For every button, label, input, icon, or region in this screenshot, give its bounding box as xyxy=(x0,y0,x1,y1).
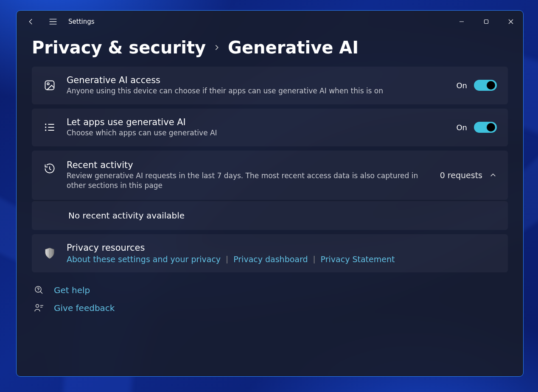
svg-rect-0 xyxy=(485,20,488,24)
card-let-apps-use-ai: Let apps use generative AI Choose which … xyxy=(32,109,508,146)
list-icon xyxy=(43,121,56,133)
svg-point-8 xyxy=(36,304,39,307)
svg-point-5 xyxy=(45,130,46,131)
footer-link-label: Give feedback xyxy=(54,303,115,313)
toggle-let-apps-use-ai[interactable] xyxy=(474,122,497,133)
hamburger-icon xyxy=(49,18,57,25)
history-icon xyxy=(43,162,56,174)
back-button[interactable] xyxy=(20,11,42,33)
card-generative-ai-access: Generative AI access Anyone using this d… xyxy=(32,67,508,104)
footer-link-label: Get help xyxy=(54,285,90,295)
card-subtitle: Review generative AI requests in the las… xyxy=(67,171,430,190)
link-privacy-statement[interactable]: Privacy Statement xyxy=(321,255,395,264)
svg-rect-1 xyxy=(45,81,54,90)
footer-links: Get help Give feedback xyxy=(32,285,508,313)
shield-icon xyxy=(43,247,56,260)
back-arrow-icon xyxy=(27,18,35,25)
give-feedback-link[interactable]: Give feedback xyxy=(34,303,508,313)
card-title: Privacy resources xyxy=(67,243,497,253)
maximize-button[interactable] xyxy=(474,11,499,32)
window-controls xyxy=(449,11,523,32)
hamburger-button[interactable] xyxy=(42,11,64,33)
link-privacy-dashboard[interactable]: Privacy dashboard xyxy=(233,255,308,264)
close-button[interactable] xyxy=(499,11,523,32)
link-about-settings-privacy[interactable]: About these settings and your privacy xyxy=(67,255,221,264)
request-count: 0 requests xyxy=(440,171,482,180)
breadcrumb-parent[interactable]: Privacy & security xyxy=(32,38,206,57)
link-separator: | xyxy=(226,255,228,263)
toggle-generative-ai-access[interactable] xyxy=(474,80,497,91)
titlebar: Settings xyxy=(17,11,523,33)
card-subtitle: Choose which apps can use generative AI xyxy=(67,128,446,138)
app-title: Settings xyxy=(68,18,95,25)
feedback-icon xyxy=(34,303,45,313)
svg-point-7 xyxy=(38,291,38,291)
svg-point-4 xyxy=(45,127,46,128)
toggle-state-label: On xyxy=(456,123,467,132)
card-subtitle: Anyone using this device can choose if t… xyxy=(67,86,446,96)
minimize-button[interactable] xyxy=(449,11,474,32)
chevron-up-icon xyxy=(489,171,497,179)
card-title: Let apps use generative AI xyxy=(67,117,446,127)
link-separator: | xyxy=(313,255,316,263)
card-recent-activity[interactable]: Recent activity Review generative AI req… xyxy=(32,151,508,200)
card-title: Recent activity xyxy=(67,160,430,170)
breadcrumb: Privacy & security Generative AI xyxy=(32,38,508,57)
close-icon xyxy=(508,19,513,24)
svg-point-3 xyxy=(45,124,46,125)
get-help-link[interactable]: Get help xyxy=(34,285,508,295)
card-privacy-resources: Privacy resources About these settings a… xyxy=(32,234,508,272)
chevron-right-icon xyxy=(213,44,220,51)
content-area: Privacy & security Generative AI Generat… xyxy=(17,33,523,376)
help-icon xyxy=(34,285,45,295)
breadcrumb-current: Generative AI xyxy=(228,38,359,57)
card-title: Generative AI access xyxy=(67,75,446,85)
maximize-icon xyxy=(484,19,489,24)
toggle-state-label: On xyxy=(456,81,467,90)
minimize-icon xyxy=(459,19,464,24)
settings-window: Settings Privacy & security Generative A… xyxy=(16,10,524,377)
image-icon xyxy=(43,79,56,91)
svg-point-2 xyxy=(47,83,49,85)
recent-activity-empty: No recent activity available xyxy=(32,201,508,230)
